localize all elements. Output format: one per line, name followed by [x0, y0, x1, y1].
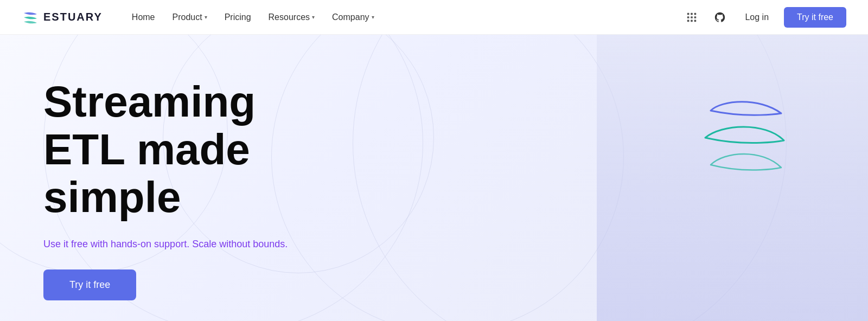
login-link[interactable]: Log in	[738, 8, 775, 27]
hero-section: Streaming ETL made simple Use it free wi…	[0, 35, 868, 321]
logo-icon	[22, 9, 39, 26]
brand-name: ESTUARY	[43, 11, 103, 23]
github-icon-button[interactable]	[710, 8, 730, 27]
hero-title: Streaming ETL made simple	[43, 78, 336, 221]
try-it-free-nav-button[interactable]: Try it free	[784, 7, 846, 28]
hero-content: Streaming ETL made simple Use it free wi…	[0, 35, 380, 321]
svg-rect-2	[694, 12, 697, 15]
nav-home[interactable]: Home	[124, 8, 163, 27]
chevron-down-icon: ▾	[205, 14, 207, 20]
nav-links: Home Product ▾ Pricing Resources ▾ Compa…	[124, 8, 682, 27]
hero-logo-decoration	[694, 89, 792, 210]
slack-icon	[686, 11, 698, 23]
svg-rect-7	[691, 20, 693, 22]
hero-logo-svg	[694, 89, 792, 208]
svg-rect-5	[694, 16, 697, 18]
github-icon	[714, 11, 726, 23]
try-it-free-hero-button[interactable]: Try it free	[43, 269, 136, 300]
svg-rect-6	[687, 20, 690, 22]
nav-product[interactable]: Product ▾	[165, 8, 215, 27]
nav-resources[interactable]: Resources ▾	[261, 8, 322, 27]
svg-rect-8	[694, 20, 697, 22]
chevron-down-icon: ▾	[312, 14, 315, 20]
navbar: ESTUARY Home Product ▾ Pricing Resources…	[0, 0, 868, 35]
hero-subtitle: Use it free with hands-on support. Scale…	[43, 239, 336, 250]
svg-rect-0	[687, 12, 690, 15]
svg-rect-4	[691, 16, 693, 18]
logo[interactable]: ESTUARY	[22, 9, 103, 26]
chevron-down-icon: ▾	[372, 14, 374, 20]
svg-rect-3	[687, 16, 690, 18]
slack-icon-button[interactable]	[682, 8, 701, 27]
nav-company[interactable]: Company ▾	[324, 8, 381, 27]
nav-right-actions: Log in Try it free	[682, 7, 846, 28]
nav-pricing[interactable]: Pricing	[217, 8, 259, 27]
svg-rect-1	[691, 12, 693, 15]
